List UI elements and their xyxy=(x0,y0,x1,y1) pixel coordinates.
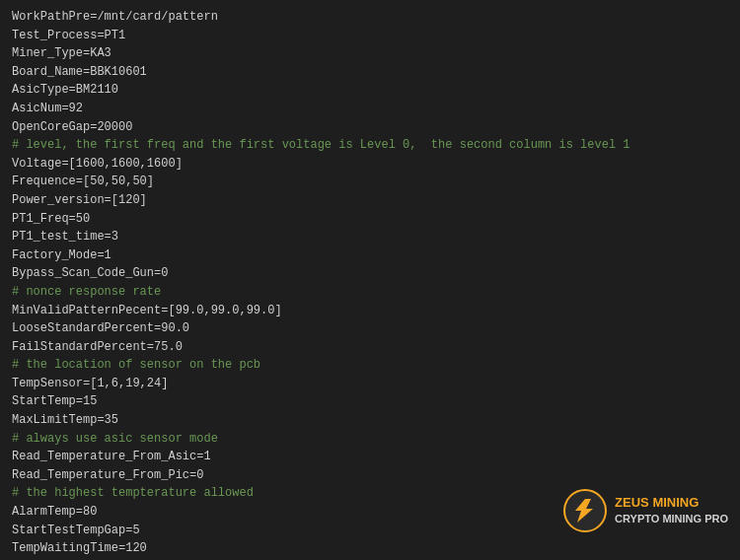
editor-area: WorkPathPre=/mnt/card/patternTest_Proces… xyxy=(0,0,740,560)
code-line: AsicNum=92 xyxy=(12,100,728,118)
code-line: # nonce response rate xyxy=(12,283,728,302)
brand-logo-icon xyxy=(563,489,607,532)
brand-overlay: ZEUS MINING CRYPTO MINING PRO xyxy=(563,489,728,532)
svg-marker-0 xyxy=(575,499,593,523)
code-line: Bypass_Scan_Code_Gun=0 xyxy=(12,264,728,283)
code-line: TempSensor=[1,6,19,24] xyxy=(12,375,728,393)
brand-name: ZEUS MINING xyxy=(615,495,728,512)
code-line: # always use asic sensor mode xyxy=(12,430,728,449)
brand-sub: CRYPTO MINING PRO xyxy=(615,512,728,525)
code-line: Read_Temperature_From_Pic=0 xyxy=(12,466,728,485)
code-line: # level, the first freq and the first vo… xyxy=(12,136,728,155)
brand-text: ZEUS MINING CRYPTO MINING PRO xyxy=(615,495,728,525)
code-line: FailStandardPercent=75.0 xyxy=(12,338,728,357)
code-line: TempWaitingTime=120 xyxy=(12,539,728,558)
code-line: Frequence=[50,50,50] xyxy=(12,173,728,191)
code-line: # the location of sensor on the pcb xyxy=(12,356,728,375)
code-content: WorkPathPre=/mnt/card/patternTest_Proces… xyxy=(12,8,728,560)
code-line: Read_Temperature_From_Asic=1 xyxy=(12,448,728,466)
code-line: PT1_Freq=50 xyxy=(12,210,728,229)
code-line: StartTemp=15 xyxy=(12,392,728,411)
code-line: WorkPathPre=/mnt/card/pattern xyxy=(12,8,728,27)
code-line: Voltage=[1600,1600,1600] xyxy=(12,155,728,174)
code-line: MinValidPatternPecent=[99.0,99.0,99.0] xyxy=(12,302,728,320)
code-line: OpenCoreGap=20000 xyxy=(12,118,728,137)
code-line: Factory_Mode=1 xyxy=(12,246,728,265)
code-line: Test_Process=PT1 xyxy=(12,27,728,45)
code-line: LooseStandardPercent=90.0 xyxy=(12,319,728,338)
code-line: MaxLimitTemp=35 xyxy=(12,411,728,430)
code-line: PT1_test_time=3 xyxy=(12,228,728,246)
code-line: Miner_Type=KA3 xyxy=(12,44,728,63)
code-line: Board_Name=BBK10601 xyxy=(12,63,728,82)
code-line: AsicType=BM2110 xyxy=(12,81,728,100)
code-line: Power_version=[120] xyxy=(12,191,728,210)
